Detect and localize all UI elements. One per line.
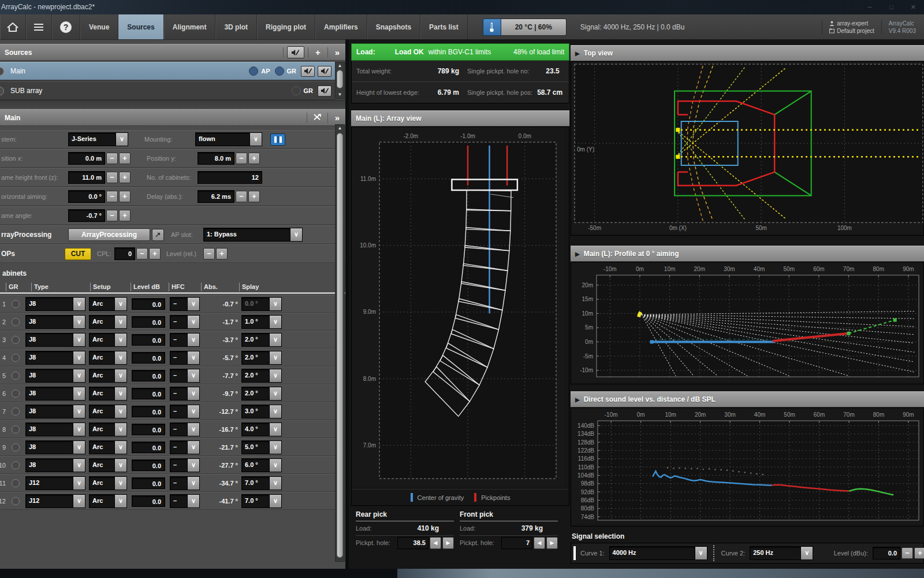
cabinet-splay-dropdown[interactable]: 2.0 °∨ xyxy=(241,351,282,365)
cabinet-level-field[interactable]: 0.0 xyxy=(132,477,165,489)
cabinet-type-dropdown[interactable]: J8∨ xyxy=(25,333,85,347)
cabinet-setup-dropdown[interactable]: Arc∨ xyxy=(89,315,127,329)
curve1-dropdown[interactable]: 4000 Hz∨ xyxy=(609,546,707,560)
frame-angle-minus-button[interactable]: − xyxy=(106,210,118,221)
level-dbu-plus-button[interactable]: + xyxy=(914,547,924,559)
cabinet-hfc-dropdown[interactable]: –∨ xyxy=(170,458,200,472)
gr-radio[interactable] xyxy=(12,443,20,451)
maximize-button[interactable]: □ xyxy=(889,0,893,14)
cabinet-level-field[interactable]: 0.0 xyxy=(132,388,165,399)
help-button[interactable]: ? xyxy=(52,14,80,39)
delay-field[interactable]: 6.2 ms xyxy=(198,190,234,203)
main-scrollbar[interactable]: ▲ xyxy=(335,124,345,562)
gr-radio[interactable] xyxy=(12,425,20,433)
source-mute-button[interactable] xyxy=(301,66,315,77)
spl-plot[interactable]: -10m0m10m20m30m40m50m60m70m80m90m140dB13… xyxy=(571,408,923,524)
cabinet-hfc-dropdown[interactable]: –∨ xyxy=(170,423,200,436)
gr-radio[interactable] xyxy=(12,354,20,362)
cabinet-setup-dropdown[interactable]: Arc∨ xyxy=(89,423,127,436)
cabinet-setup-dropdown[interactable]: Arc∨ xyxy=(89,458,127,472)
cabinet-setup-dropdown[interactable]: Arc∨ xyxy=(89,387,127,401)
cabinet-setup-dropdown[interactable]: Arc∨ xyxy=(89,351,127,365)
system-dropdown[interactable]: J-Series∨ xyxy=(68,132,128,146)
front-hole-next-button[interactable]: ▶ xyxy=(546,537,558,549)
cabinet-type-dropdown[interactable]: J12∨ xyxy=(25,494,85,508)
cabinet-setup-dropdown[interactable]: Arc∨ xyxy=(89,297,127,311)
tab-venue[interactable]: Venue xyxy=(80,14,118,39)
cabinet-splay-dropdown[interactable]: 7.0 °∨ xyxy=(241,476,282,490)
account-info[interactable]: array-expert Default project xyxy=(822,20,881,34)
tab-snapshots[interactable]: Snapshots xyxy=(367,14,420,39)
position-x-minus-button[interactable]: − xyxy=(106,153,118,164)
cabinet-setup-dropdown[interactable]: Arc∨ xyxy=(89,494,127,508)
front-hole-prev-button[interactable]: ◀ xyxy=(534,537,545,549)
cabinet-splay-dropdown[interactable]: 4.0 °∨ xyxy=(241,423,282,436)
cabinet-type-dropdown[interactable]: J8∨ xyxy=(25,351,85,365)
cabinet-type-dropdown[interactable]: J8∨ xyxy=(25,387,85,401)
position-x-plus-button[interactable]: + xyxy=(119,153,131,164)
cabinet-type-dropdown[interactable]: J8∨ xyxy=(25,297,85,311)
curve2-dropdown[interactable]: 250 Hz∨ xyxy=(750,546,813,560)
cabinet-level-field[interactable]: 0.0 xyxy=(132,316,165,328)
cabinet-hfc-dropdown[interactable]: –∨ xyxy=(170,440,200,454)
cabinet-type-dropdown[interactable]: J8∨ xyxy=(25,458,85,472)
cabinet-splay-dropdown[interactable]: 2.0 °∨ xyxy=(241,387,282,401)
frame-height-plus-button[interactable]: + xyxy=(119,172,131,183)
frame-height-minus-button[interactable]: − xyxy=(106,172,118,183)
cabinet-splay-dropdown[interactable]: 5.0 °∨ xyxy=(241,440,282,454)
tab-amplifiers[interactable]: Amplifiers xyxy=(315,14,367,39)
sources-scrollbar[interactable]: ▲ ▼ xyxy=(335,62,345,99)
top-view-plot[interactable]: -50m0m (X)50m100m0m (Y) xyxy=(571,62,923,233)
cabinet-setup-dropdown[interactable]: Arc∨ xyxy=(89,333,127,347)
cabinet-level-field[interactable]: 0.0 xyxy=(132,352,165,364)
source-mute-button[interactable] xyxy=(318,66,331,77)
gr-radio[interactable] xyxy=(12,300,20,308)
cabinet-setup-dropdown[interactable]: Arc∨ xyxy=(89,440,127,454)
menu-button[interactable] xyxy=(26,14,52,39)
gr-radio[interactable] xyxy=(12,407,20,416)
sources-mute-button[interactable] xyxy=(287,46,304,58)
level-dbu-minus-button[interactable]: − xyxy=(901,547,913,559)
cabinet-splay-dropdown[interactable]: 2.0 °∨ xyxy=(241,333,282,347)
gr-radio[interactable] xyxy=(12,318,20,326)
level-dbu-field[interactable]: 0.0 xyxy=(873,547,900,560)
arrayprocessing-external-button[interactable]: ↗ xyxy=(152,229,164,241)
cabinet-level-field[interactable]: 0.0 xyxy=(132,495,165,507)
cabinet-level-field[interactable]: 0.0 xyxy=(132,334,165,346)
position-y-field[interactable]: 8.0 m xyxy=(198,152,234,165)
cabinet-splay-dropdown[interactable]: 6.0 °∨ xyxy=(241,458,282,472)
source-mute-button[interactable] xyxy=(318,86,331,97)
mirror-source-button[interactable] xyxy=(311,112,324,124)
level-rel-minus-button[interactable]: − xyxy=(203,248,215,260)
rear-hole-prev-button[interactable]: ◀ xyxy=(430,537,441,549)
gr-radio[interactable] xyxy=(12,336,20,344)
cabinet-type-dropdown[interactable]: J8∨ xyxy=(25,369,85,383)
cabinet-hfc-dropdown[interactable]: –∨ xyxy=(170,387,200,401)
cabinet-setup-dropdown[interactable]: Arc∨ xyxy=(89,476,127,490)
cabinet-type-dropdown[interactable]: J8∨ xyxy=(25,315,85,329)
cabinet-level-field[interactable]: 0.0 xyxy=(132,460,165,471)
cabinet-setup-dropdown[interactable]: Arc∨ xyxy=(89,405,127,418)
horizontal-aiming-plus-button[interactable]: + xyxy=(119,191,131,202)
cabinet-hfc-dropdown[interactable]: –∨ xyxy=(170,476,200,490)
arrayprocessing-button[interactable]: ArrayProcessing xyxy=(68,228,150,241)
stereo-pair-icon[interactable] xyxy=(270,134,285,146)
cabinet-splay-dropdown[interactable]: 2.0 °∨ xyxy=(241,369,282,383)
gr-radio[interactable] xyxy=(12,479,20,487)
tab-parts-list[interactable]: Parts list xyxy=(420,14,468,39)
cabinet-hfc-dropdown[interactable]: –∨ xyxy=(170,315,200,329)
array-view-plot[interactable]: -2.0m-1.0m0.0m7.0m8.0m9.0m10.0m11.0m xyxy=(352,127,564,487)
cabinet-splay-dropdown[interactable]: 1.0 °∨ xyxy=(241,315,282,329)
cpl-minus-button[interactable]: − xyxy=(136,248,148,260)
cabinet-splay-dropdown[interactable]: 7.0 °∨ xyxy=(241,494,282,508)
cabinet-type-dropdown[interactable]: J12∨ xyxy=(25,476,85,490)
tab-alignment[interactable]: Alignment xyxy=(164,14,216,39)
source-row-sub-array[interactable]: SUB arrayGR xyxy=(0,81,335,100)
cabinet-type-dropdown[interactable]: J8∨ xyxy=(25,405,85,418)
cabinet-setup-dropdown[interactable]: Arc∨ xyxy=(89,369,127,383)
add-source-button[interactable]: + xyxy=(312,47,324,58)
home-button[interactable] xyxy=(0,14,26,39)
minimize-button[interactable]: ─ xyxy=(867,0,872,14)
cabinet-splay-dropdown[interactable]: 3.0 °∨ xyxy=(241,405,282,418)
gr-radio[interactable] xyxy=(12,390,20,398)
